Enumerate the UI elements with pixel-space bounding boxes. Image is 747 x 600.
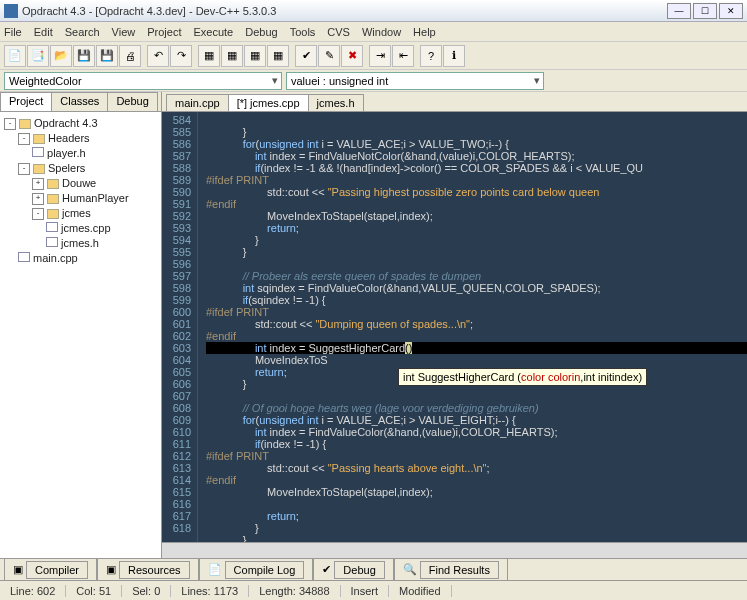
tab-maincpp[interactable]: main.cpp [166, 94, 229, 111]
menu-debug[interactable]: Debug [245, 26, 277, 38]
print-icon[interactable]: 🖨 [119, 45, 141, 67]
status-length: Length: 34888 [249, 585, 340, 597]
menu-cvs[interactable]: CVS [327, 26, 350, 38]
folder-icon [33, 164, 45, 174]
status-col: Col: 51 [66, 585, 122, 597]
tree-jcmes[interactable]: jcmes [4, 206, 157, 221]
menu-project[interactable]: Project [147, 26, 181, 38]
project-tree[interactable]: Opdracht 4.3 Headers player.h Spelers Do… [0, 112, 161, 558]
close-button[interactable]: ✕ [719, 3, 743, 19]
menu-view[interactable]: View [112, 26, 136, 38]
folder-icon [33, 134, 45, 144]
tab-debug[interactable]: Debug [107, 92, 157, 111]
file-icon [18, 252, 30, 262]
tab-debug2[interactable]: ✔ Debug [313, 558, 393, 582]
tab-findresults[interactable]: 🔍 Find Results [394, 558, 508, 582]
tree-playerh[interactable]: player.h [4, 146, 157, 161]
tab-project[interactable]: Project [0, 92, 52, 111]
class-combo[interactable]: WeightedColor [4, 72, 282, 90]
tree-root[interactable]: Opdracht 4.3 [4, 116, 157, 131]
tree-jcmescpp[interactable]: jcmes.cpp [4, 221, 157, 236]
file-tabs: main.cpp [*] jcmes.cpp jcmes.h [162, 92, 747, 112]
profile-icon[interactable]: ✖ [341, 45, 363, 67]
tree-human[interactable]: HumanPlayer [4, 191, 157, 206]
tab-compilelog[interactable]: 📄 Compile Log [199, 558, 314, 582]
title-bar: Opdracht 4.3 - [Opdracht 4.3.dev] - Dev-… [0, 0, 747, 22]
status-insert: Insert [341, 585, 390, 597]
tab-jcmesh[interactable]: jcmes.h [308, 94, 364, 111]
undo-icon[interactable]: ↶ [147, 45, 169, 67]
run-icon[interactable]: ▦ [221, 45, 243, 67]
status-lines: Lines: 1173 [171, 585, 249, 597]
editor-panel: main.cpp [*] jcmes.cpp jcmes.h 584585586… [162, 92, 747, 558]
app-icon [4, 4, 18, 18]
tab-classes[interactable]: Classes [51, 92, 108, 111]
help-icon[interactable]: ? [420, 45, 442, 67]
menu-file[interactable]: File [4, 26, 22, 38]
bottom-tabs: ▣ Compiler ▣ Resources 📄 Compile Log ✔ D… [0, 558, 747, 580]
debug-icon[interactable]: ✔ [295, 45, 317, 67]
save-all-icon[interactable]: 💾 [96, 45, 118, 67]
tab-resources[interactable]: ▣ Resources [97, 558, 199, 582]
redo-icon[interactable]: ↷ [170, 45, 192, 67]
open-icon[interactable]: 📂 [50, 45, 72, 67]
folder-icon [47, 209, 59, 219]
horizontal-scrollbar[interactable] [162, 542, 747, 558]
save-icon[interactable]: 💾 [73, 45, 95, 67]
file-icon [46, 237, 58, 247]
tree-headers[interactable]: Headers [4, 131, 157, 146]
toolbar: 📄 📑 📂 💾 💾 🖨 ↶ ↷ ▦ ▦ ▦ ▦ ✔ ✎ ✖ ⇥ ⇤ ? ℹ [0, 42, 747, 70]
left-tabs: Project Classes Debug [0, 92, 161, 112]
project-icon [19, 119, 31, 129]
menu-edit[interactable]: Edit [34, 26, 53, 38]
tree-spelers[interactable]: Spelers [4, 161, 157, 176]
tab-compiler[interactable]: ▣ Compiler [4, 558, 97, 582]
menu-bar: File Edit Search View Project Execute De… [0, 22, 747, 42]
menu-search[interactable]: Search [65, 26, 100, 38]
tree-jcmesh[interactable]: jcmes.h [4, 236, 157, 251]
parameter-tooltip: int SuggestHigherCard (color colorin,int… [398, 368, 647, 386]
window-buttons: — ☐ ✕ [667, 3, 743, 19]
code-area[interactable]: } for(unsigned int i = VALUE_ACE;i > VAL… [198, 112, 747, 542]
file-icon [32, 147, 44, 157]
window-title: Opdracht 4.3 - [Opdracht 4.3.dev] - Dev-… [22, 5, 667, 17]
tree-maincpp[interactable]: main.cpp [4, 251, 157, 266]
new-project-icon[interactable]: 📑 [27, 45, 49, 67]
rebuild-icon[interactable]: ▦ [267, 45, 289, 67]
status-sel: Sel: 0 [122, 585, 171, 597]
tab-jcmescpp[interactable]: [*] jcmes.cpp [228, 94, 309, 111]
minimize-button[interactable]: — [667, 3, 691, 19]
folder-icon [47, 194, 59, 204]
member-combo[interactable]: valuei : unsigned int [286, 72, 544, 90]
tree-douwe[interactable]: Douwe [4, 176, 157, 191]
menu-window[interactable]: Window [362, 26, 401, 38]
new-file-icon[interactable]: 📄 [4, 45, 26, 67]
code-editor[interactable]: 5845855865875885895905915925935945955965… [162, 112, 747, 542]
class-browser-bar: WeightedColor valuei : unsigned int [0, 70, 747, 92]
menu-tools[interactable]: Tools [290, 26, 316, 38]
file-icon [46, 222, 58, 232]
goto-icon[interactable]: ⇥ [369, 45, 391, 67]
current-line: int index = SuggestHigherCard() [206, 342, 747, 354]
compile-icon[interactable]: ▦ [198, 45, 220, 67]
left-panel: Project Classes Debug Opdracht 4.3 Heade… [0, 92, 162, 558]
line-gutter: 5845855865875885895905915925935945955965… [162, 112, 198, 542]
maximize-button[interactable]: ☐ [693, 3, 717, 19]
about-icon[interactable]: ℹ [443, 45, 465, 67]
menu-help[interactable]: Help [413, 26, 436, 38]
status-line: Line: 602 [0, 585, 66, 597]
status-bar: Line: 602 Col: 51 Sel: 0 Lines: 1173 Len… [0, 580, 747, 600]
compile-run-icon[interactable]: ▦ [244, 45, 266, 67]
bookmark-icon[interactable]: ⇤ [392, 45, 414, 67]
stop-icon[interactable]: ✎ [318, 45, 340, 67]
folder-icon [47, 179, 59, 189]
status-modified: Modified [389, 585, 452, 597]
menu-execute[interactable]: Execute [193, 26, 233, 38]
